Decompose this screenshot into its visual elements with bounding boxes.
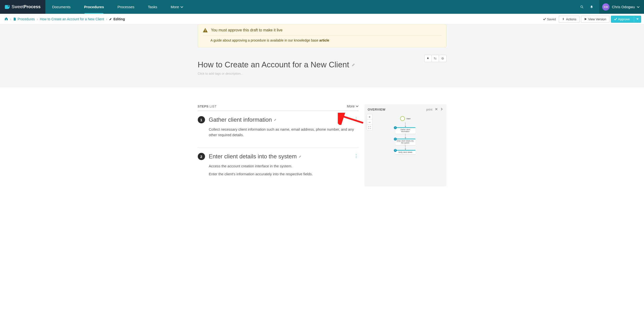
nav-right: CO Chris Odogwu	[577, 0, 644, 14]
pencil-icon	[352, 63, 356, 67]
logo-text-bold: Process	[24, 4, 40, 9]
chevron-down-icon	[180, 6, 183, 8]
steps-column: STEPS LIST More 1 Gather client informat…	[198, 104, 358, 186]
logo-icon	[5, 5, 10, 9]
check-icon	[543, 18, 546, 20]
user-menu[interactable]: CO Chris Odogwu	[599, 0, 644, 14]
procedure-title[interactable]: How to Create an Account for a New Clien…	[198, 60, 446, 69]
breadcrumb-home[interactable]	[4, 17, 8, 22]
overview-close[interactable]	[435, 108, 438, 111]
globe-icon	[441, 57, 444, 60]
step-item: 2 Enter client details into the system ⋮…	[198, 148, 358, 186]
document-icon	[13, 18, 16, 20]
step-number: 1	[198, 116, 205, 124]
top-nav: SweetProcess Documents Procedures Proces…	[0, 0, 644, 14]
banner-subtitle: A guide about approving a procedure is a…	[203, 36, 442, 44]
title-notify-button[interactable]	[424, 55, 432, 62]
banner-article-link[interactable]: article	[319, 38, 329, 42]
search-icon	[580, 5, 584, 9]
content-header-area: You must approve this draft to make it l…	[0, 25, 644, 88]
svg-rect-3	[205, 32, 206, 32]
flow-node[interactable]: 3 Verify client details	[395, 150, 416, 154]
nav-more-label: More	[171, 5, 179, 9]
flow-node[interactable]: 1 Gather client information	[395, 127, 416, 134]
approve-button-group: Approve	[611, 16, 641, 23]
play-icon	[584, 18, 587, 20]
search-button[interactable]	[577, 2, 587, 12]
chevron-down-icon	[356, 105, 358, 108]
chevron-down-icon	[637, 6, 640, 8]
approve-dropdown[interactable]	[634, 16, 641, 22]
breadcrumb-sep: ›	[106, 17, 107, 21]
actions-button[interactable]: Actions	[559, 16, 580, 23]
flowchart: Start 1 Gather client information 2 Ente…	[368, 114, 443, 154]
step-kebab-menu[interactable]: ⋮	[354, 116, 358, 122]
nav-more[interactable]: More	[164, 0, 190, 14]
breadcrumb-sep: ›	[37, 17, 38, 21]
zoom-fullscreen[interactable]	[367, 125, 372, 130]
main-content: STEPS LIST More 1 Gather client informat…	[0, 88, 644, 191]
caret-down-icon	[636, 18, 639, 20]
overview-title: OVERVIEW	[368, 108, 386, 111]
nav-procedures[interactable]: Procedures	[77, 0, 111, 14]
view-version-button[interactable]: View Version	[581, 16, 610, 23]
fullscreen-icon	[368, 126, 371, 129]
nav-documents[interactable]: Documents	[46, 0, 77, 14]
breadcrumb-title[interactable]: How to Create an Account for a New Clien…	[40, 17, 104, 21]
sub-bar-actions: Saved Actions View Version Approve	[543, 16, 641, 23]
notifications-button[interactable]	[587, 2, 596, 12]
avatar: CO	[602, 4, 610, 10]
tags-description-placeholder[interactable]: Click to add tags or description...	[198, 72, 446, 75]
step-description: Access the account creation interface in…	[209, 164, 358, 177]
logo[interactable]: SweetProcess	[0, 0, 46, 14]
steps-more-menu[interactable]: More	[347, 104, 358, 108]
chevron-right-icon	[440, 108, 443, 110]
breadcrumb-bar: › Procedures › How to Create an Account …	[0, 14, 644, 25]
start-circle-icon	[400, 116, 405, 121]
banner-title: You must approve this draft to make it l…	[211, 28, 282, 32]
svg-rect-2	[205, 30, 206, 31]
pencil-icon	[299, 155, 302, 158]
zoom-controls: + −	[367, 114, 372, 130]
approval-banner: You must approve this draft to make it l…	[198, 24, 446, 47]
steps-header: STEPS LIST More	[198, 104, 358, 111]
breadcrumb-sep: ›	[10, 17, 11, 21]
overview-expand[interactable]	[440, 108, 443, 111]
zoom-out[interactable]: −	[367, 120, 372, 125]
flow-node[interactable]: 2 Enter client details into the system	[395, 138, 416, 145]
warning-icon	[203, 28, 208, 32]
overview-print[interactable]: print	[426, 108, 432, 111]
title-sort-button[interactable]	[432, 55, 439, 62]
zoom-in[interactable]: +	[367, 114, 372, 120]
check-icon	[614, 18, 617, 20]
close-icon	[435, 108, 438, 110]
step-description: Collect necessary client information suc…	[209, 127, 358, 138]
approve-button[interactable]: Approve	[611, 16, 633, 22]
bell-icon	[426, 57, 429, 60]
username: Chris Odogwu	[612, 5, 635, 9]
nav-items: Documents Procedures Processes Tasks Mor…	[46, 0, 190, 14]
breadcrumb-procedures[interactable]: Procedures	[13, 17, 35, 21]
title-globe-button[interactable]	[439, 55, 446, 62]
step-kebab-menu[interactable]: ⋮	[354, 153, 358, 159]
title-area: How to Create an Account for a New Clien…	[198, 48, 446, 75]
pencil-icon	[109, 18, 112, 20]
title-action-group	[424, 55, 446, 62]
bell-icon	[590, 5, 594, 9]
nav-tasks[interactable]: Tasks	[141, 0, 164, 14]
step-title[interactable]: Enter client details into the system	[209, 153, 302, 160]
step-item: 1 Gather client information ⋮ Collect ne…	[198, 111, 358, 148]
breadcrumb-editing: Editing	[109, 17, 125, 21]
steps-header-title: STEPS LIST	[198, 104, 217, 108]
sort-icon	[434, 57, 436, 60]
flow-start: Start	[400, 116, 410, 121]
logo-text-light: Sweet	[12, 4, 24, 9]
bolt-icon	[562, 18, 565, 20]
overview-panel: OVERVIEW print + −	[364, 104, 446, 186]
pencil-icon	[274, 118, 277, 121]
home-icon	[4, 17, 8, 21]
step-title[interactable]: Gather client information	[209, 116, 277, 123]
step-number: 2	[198, 153, 205, 160]
nav-processes[interactable]: Processes	[111, 0, 141, 14]
overview-header: OVERVIEW print	[368, 108, 443, 111]
